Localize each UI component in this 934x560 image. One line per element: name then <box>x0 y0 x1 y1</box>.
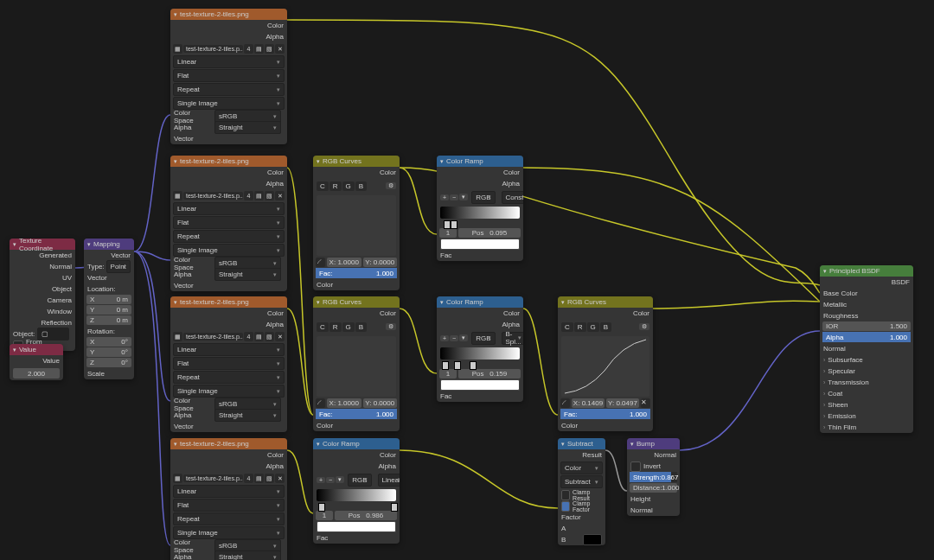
node-header[interactable]: ▾Value <box>10 344 63 355</box>
users-count[interactable]: 4 <box>244 44 253 54</box>
mode-select[interactable]: RGB <box>471 191 495 204</box>
in-vector[interactable]: Vector <box>170 280 287 291</box>
out-object[interactable]: Object <box>10 283 75 295</box>
out-alpha[interactable]: Alpha <box>170 178 287 189</box>
tools-icon[interactable]: ⚙ <box>386 182 396 189</box>
fac-slider[interactable]: Fac:1.000 <box>316 268 397 278</box>
node-mapping[interactable]: ▾Mapping Vector Type:Point Vector Locati… <box>84 239 134 379</box>
node-image-texture-1[interactable]: ▾test-texture-2-tiles.png Color Alpha ▦t… <box>170 9 287 144</box>
node-header[interactable]: ▾test-texture-2-tiles.png <box>170 156 287 167</box>
node-header[interactable]: ▾Mapping <box>84 239 134 250</box>
rot-z[interactable]: Z0° <box>86 358 131 367</box>
strength-slider[interactable]: Strength:0.867 <box>630 472 677 482</box>
image-name[interactable]: test-texture-2-tiles.p... <box>183 45 243 53</box>
proj-select[interactable]: Flat <box>173 69 285 82</box>
image-browser[interactable]: ▦test-texture-2-tiles.p...4▤▧✕ <box>173 43 285 54</box>
clamp-factor[interactable]: Clamp Factor <box>558 500 605 512</box>
out-value[interactable]: Value <box>10 355 63 366</box>
delete-icon[interactable]: ✕ <box>641 398 650 408</box>
group-emission[interactable]: ›Emission <box>820 410 913 422</box>
type-select[interactable]: Color <box>560 461 603 474</box>
node-image-texture-3[interactable]: ▾test-texture-2-tiles.png Color Alpha ▦t… <box>170 296 287 432</box>
image-browser[interactable]: ▦test-texture-2-tiles.p...4▤▧✕ <box>173 190 285 201</box>
clamp-result[interactable]: Clamp Result <box>558 489 605 500</box>
node-rgb-curves-2[interactable]: ▾RGB Curves Color CRGB⚙ ⟋X: 1.0000Y: 0.0… <box>313 296 400 431</box>
out-normal[interactable]: Normal <box>10 261 75 272</box>
ramp-handles[interactable] <box>440 220 520 227</box>
ramp-gradient[interactable] <box>440 207 520 219</box>
node-image-texture-4[interactable]: ▾test-texture-2-tiles.png Color Alpha ▦t… <box>170 438 287 560</box>
in-vector[interactable]: Vector <box>84 272 134 283</box>
node-header[interactable]: ▾Texture Coordinate <box>10 239 75 250</box>
interp-select[interactable]: Const... <box>502 191 523 204</box>
unlink-icon[interactable]: ✕ <box>275 44 285 54</box>
loc-x[interactable]: X0 m <box>86 295 131 304</box>
in-a[interactable]: A <box>558 523 605 534</box>
invert[interactable]: Invert <box>627 461 680 472</box>
out-normal[interactable]: Normal <box>627 449 680 461</box>
node-header[interactable]: ▾RGB Curves <box>313 156 400 167</box>
out-color[interactable]: Color <box>313 167 400 178</box>
in-fac[interactable]: Fac <box>437 250 523 261</box>
color-swatch[interactable] <box>437 239 523 250</box>
curve-editor[interactable] <box>317 336 396 397</box>
node-image-texture-2[interactable]: ▾test-texture-2-tiles.png Color Alpha ▦t… <box>170 156 287 291</box>
in-metallic[interactable]: Metallic <box>820 299 913 310</box>
node-rgb-curves-3[interactable]: ▾RGB Curves Color CRGB⚙ ⟋X: 0.1409Y: 0.0… <box>558 296 653 431</box>
pos-field[interactable]: Pos 0.095 <box>458 228 521 238</box>
image-icon[interactable]: ▦ <box>173 44 182 54</box>
new-icon[interactable]: ▧ <box>265 44 274 54</box>
ext-select[interactable]: Repeat <box>173 83 285 96</box>
loc-y[interactable]: Y0 m <box>86 305 131 315</box>
value-input[interactable]: 2.000 <box>13 368 60 379</box>
node-color-ramp-2[interactable]: ▾Color Ramp Color Alpha +−▾RGBB-Spl... 1… <box>437 296 523 402</box>
alpha-select[interactable]: Straight <box>214 121 281 134</box>
ior-field[interactable]: IOR1.500 <box>822 321 911 331</box>
rot-y[interactable]: Y0° <box>86 347 131 357</box>
out-color[interactable]: Color <box>170 20 287 31</box>
node-mix-subtract[interactable]: ▾Subtract Result Color Subtract Clamp Re… <box>558 438 605 545</box>
source-select[interactable]: Single Image <box>173 97 285 110</box>
add-stop-icon[interactable]: + <box>440 194 449 200</box>
node-value[interactable]: ▾Value Value 2.000 <box>10 344 63 380</box>
type-select[interactable]: Point <box>106 260 131 273</box>
rot-x[interactable]: X0° <box>86 337 131 347</box>
in-base-color[interactable]: Base Color <box>820 288 913 299</box>
in-roughness[interactable]: Roughness <box>820 310 913 321</box>
out-color[interactable]: Color <box>170 167 287 178</box>
in-vector[interactable]: Vector <box>170 133 287 144</box>
in-color[interactable]: Color <box>313 279 400 290</box>
group-coat[interactable]: ›Coat <box>820 388 913 399</box>
tools-icon[interactable]: ▾ <box>459 194 468 200</box>
in-scale[interactable]: Scale <box>84 368 134 379</box>
out-bsdf[interactable]: BSDF <box>820 277 913 288</box>
node-bump[interactable]: ▾Bump Normal Invert Strength:0.867 Dista… <box>627 438 680 516</box>
remove-stop-icon[interactable]: − <box>450 194 458 200</box>
group-specular[interactable]: ›Specular <box>820 366 913 377</box>
in-normal[interactable]: Normal <box>627 505 680 516</box>
in-normal[interactable]: Normal <box>820 343 913 354</box>
node-rgb-curves-1[interactable]: ▾RGB Curves Color CRGB⚙ ⟋X: 1.0000Y: 0.0… <box>313 156 400 290</box>
out-alpha[interactable]: Alpha <box>170 31 287 42</box>
out-uv[interactable]: UV <box>10 272 75 283</box>
in-b[interactable]: B <box>558 534 605 545</box>
stop-index[interactable]: 1 <box>439 228 457 238</box>
out-result[interactable]: Result <box>558 449 605 461</box>
curve-editor[interactable] <box>561 336 649 397</box>
node-color-ramp-3[interactable]: ▾Color Ramp Color Alpha +−▾RGBLinear 1Po… <box>313 438 400 544</box>
out-window[interactable]: Window <box>10 306 75 317</box>
handle-type-icon[interactable]: ⟋ <box>316 258 325 267</box>
curve-editor[interactable] <box>317 195 396 256</box>
y-field[interactable]: Y: 0.0000 <box>363 258 398 267</box>
distance-field[interactable]: Distance:1.000 <box>630 483 677 493</box>
alpha-slider[interactable]: Alpha1.000 <box>822 332 911 342</box>
in-height[interactable]: Height <box>627 493 680 505</box>
node-principled-bsdf[interactable]: ▾Principled BSDF BSDF Base Color Metalli… <box>820 265 913 433</box>
group-subsurface[interactable]: ›Subsurface <box>820 354 913 366</box>
loc-z[interactable]: Z0 m <box>86 315 131 325</box>
group-thinfilm[interactable]: ›Thin Film <box>820 422 913 433</box>
channel-tabs[interactable]: CRGB⚙ <box>313 178 400 194</box>
node-color-ramp-1[interactable]: ▾Color Ramp Color Alpha +−▾RGBConst... 1… <box>437 156 523 261</box>
open-file-icon[interactable]: ▤ <box>254 44 264 54</box>
x-field[interactable]: X: 1.0000 <box>327 258 361 267</box>
